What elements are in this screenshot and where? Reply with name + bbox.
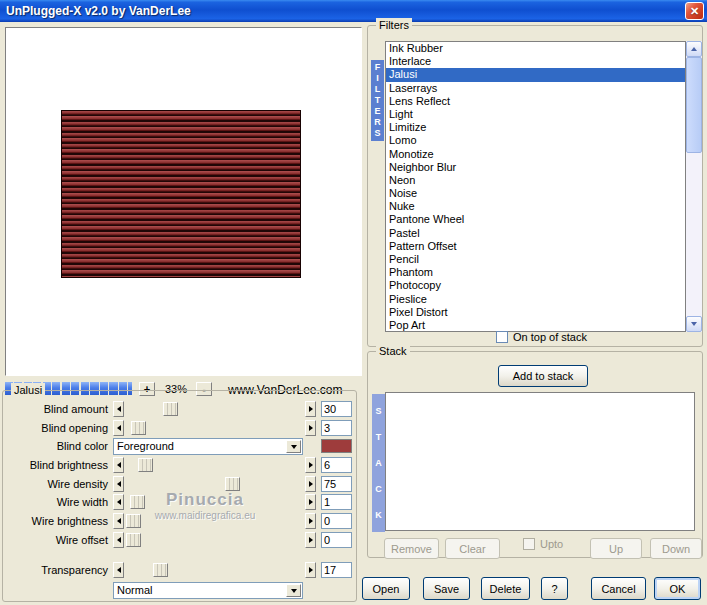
save-button[interactable]: Save xyxy=(423,577,470,600)
wire-width-slider[interactable] xyxy=(126,494,303,510)
jalusi-group: Jalusi Blind amount Blind opening Blind … xyxy=(2,390,357,602)
blind-amount-slider[interactable] xyxy=(126,401,303,417)
filter-list-item[interactable]: Limitize xyxy=(386,121,685,134)
upto-row[interactable]: Upto xyxy=(523,538,563,550)
filter-list-scrollbar[interactable] xyxy=(686,41,702,332)
dropdown-arrow-button[interactable] xyxy=(286,440,301,453)
wire-density-input[interactable] xyxy=(321,476,352,492)
stack-vertical-label: STACK xyxy=(372,394,385,532)
transparency-input[interactable] xyxy=(321,562,352,578)
slider-right-arrow[interactable] xyxy=(305,513,316,529)
open-button[interactable]: Open xyxy=(362,577,410,600)
slider-right-arrow[interactable] xyxy=(305,476,316,492)
down-button[interactable]: Down xyxy=(650,538,702,559)
wire-brightness-slider[interactable] xyxy=(126,513,303,529)
filter-list-item[interactable]: Interlace xyxy=(386,55,685,68)
clear-button[interactable]: Clear xyxy=(445,538,500,559)
filter-list-item[interactable]: Pattern Offset xyxy=(386,240,685,253)
dropdown-value: Normal xyxy=(117,584,152,597)
filter-list-item[interactable]: Phantom xyxy=(386,266,685,279)
delete-button[interactable]: Delete xyxy=(481,577,530,600)
stack-list[interactable] xyxy=(385,392,695,531)
wire-offset-slider[interactable] xyxy=(126,532,303,548)
slider-right-arrow[interactable] xyxy=(305,401,316,417)
filter-list-item[interactable]: Ink Rubber xyxy=(386,42,685,55)
blind-opening-slider[interactable] xyxy=(126,420,303,436)
blind-brightness-input[interactable] xyxy=(321,457,352,473)
slider-thumb[interactable] xyxy=(126,514,141,528)
upto-checkbox[interactable] xyxy=(523,538,535,550)
filter-list-item[interactable]: Monotize xyxy=(386,148,685,161)
filter-list-item[interactable]: Noise xyxy=(386,187,685,200)
right-triangle-icon xyxy=(309,567,313,573)
slider-left-arrow[interactable] xyxy=(113,401,124,417)
scrollbar-thumb[interactable] xyxy=(686,57,702,153)
slider-left-arrow[interactable] xyxy=(113,476,124,492)
add-to-stack-button[interactable]: Add to stack xyxy=(498,365,588,387)
help-button[interactable]: ? xyxy=(541,577,568,600)
remove-button[interactable]: Remove xyxy=(384,538,439,559)
filter-list-item[interactable]: Pixel Distort xyxy=(386,306,685,319)
close-icon: ✕ xyxy=(690,5,699,18)
filter-list-item[interactable]: Jalusi xyxy=(386,68,685,81)
slider-thumb[interactable] xyxy=(126,533,141,547)
preview-panel[interactable] xyxy=(5,27,362,376)
slider-left-arrow[interactable] xyxy=(113,532,124,548)
slider-thumb[interactable] xyxy=(130,495,145,509)
blind-brightness-slider[interactable] xyxy=(126,457,303,473)
filter-list-item[interactable]: Neon xyxy=(386,174,685,187)
blend-mode-dropdown[interactable]: Normal xyxy=(113,582,303,599)
filter-list[interactable]: Ink RubberInterlaceJalusiLaserraysLens R… xyxy=(385,41,686,332)
slider-left-arrow[interactable] xyxy=(113,420,124,436)
blind-opening-input[interactable] xyxy=(321,420,352,436)
filter-list-item[interactable]: Lens Reflect xyxy=(386,95,685,108)
filter-list-item[interactable]: Pantone Wheel xyxy=(386,213,685,226)
slider-left-arrow[interactable] xyxy=(113,457,124,473)
filter-list-item[interactable]: Pieslice xyxy=(386,293,685,306)
ok-button[interactable]: OK xyxy=(654,577,701,600)
filter-list-item[interactable]: Laserrays xyxy=(386,82,685,95)
slider-thumb[interactable] xyxy=(131,421,146,435)
up-button[interactable]: Up xyxy=(590,538,642,559)
blind-amount-input[interactable] xyxy=(321,401,352,417)
slider-thumb[interactable] xyxy=(138,458,153,472)
slider-thumb[interactable] xyxy=(163,402,178,416)
filter-list-item[interactable]: Lomo xyxy=(386,134,685,147)
slider-right-arrow[interactable] xyxy=(305,562,316,578)
param-row-transparency: Transparency xyxy=(3,562,356,579)
titlebar[interactable]: UnPlugged-X v2.0 by VanDerLee ✕ xyxy=(0,0,707,22)
scroll-down-button[interactable] xyxy=(686,316,702,332)
slider-left-arrow[interactable] xyxy=(113,494,124,510)
stack-group-label: Stack xyxy=(376,344,410,358)
param-row-blind-opening: Blind opening xyxy=(3,420,356,437)
filter-list-item[interactable]: Pencil xyxy=(386,253,685,266)
filter-list-item[interactable]: Nuke xyxy=(386,200,685,213)
on-top-of-stack-row[interactable]: On top of stack xyxy=(496,331,587,343)
filter-list-item[interactable]: Light xyxy=(386,108,685,121)
slider-thumb[interactable] xyxy=(225,477,240,491)
wire-offset-input[interactable] xyxy=(321,532,352,548)
slider-right-arrow[interactable] xyxy=(305,457,316,473)
filter-list-item[interactable]: Pastel xyxy=(386,227,685,240)
slider-right-arrow[interactable] xyxy=(305,494,316,510)
wire-brightness-input[interactable] xyxy=(321,513,352,529)
close-button[interactable]: ✕ xyxy=(685,2,704,20)
transparency-slider[interactable] xyxy=(126,562,303,578)
wire-width-input[interactable] xyxy=(321,494,352,510)
cancel-button[interactable]: Cancel xyxy=(591,577,646,600)
on-top-checkbox[interactable] xyxy=(496,331,508,343)
filter-list-item[interactable]: Photocopy xyxy=(386,279,685,292)
slider-left-arrow[interactable] xyxy=(113,562,124,578)
blind-color-swatch[interactable] xyxy=(321,439,352,453)
filter-list-item[interactable]: Neighbor Blur xyxy=(386,161,685,174)
dropdown-arrow-button[interactable] xyxy=(286,584,301,597)
slider-right-arrow[interactable] xyxy=(305,420,316,436)
wire-density-slider[interactable] xyxy=(126,476,303,492)
slider-right-arrow[interactable] xyxy=(305,532,316,548)
param-label: Wire offset xyxy=(3,534,108,546)
slider-thumb[interactable] xyxy=(153,563,168,577)
blind-color-dropdown[interactable]: Foreground xyxy=(113,438,303,455)
slider-left-arrow[interactable] xyxy=(113,513,124,529)
scroll-up-button[interactable] xyxy=(686,41,702,57)
dialog-body: + 33% - www.VanDerLee.com Jalusi Blind a… xyxy=(0,22,707,605)
